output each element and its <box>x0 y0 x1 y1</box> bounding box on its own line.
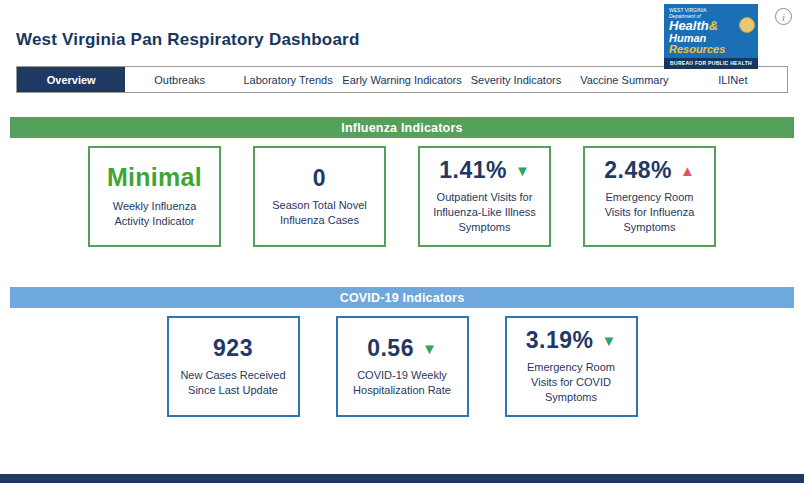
logo-ampersand: & <box>709 18 718 33</box>
kpi-value: 3.19% <box>526 328 594 353</box>
tab-vaccine-summary[interactable]: Vaccine Summary <box>570 67 678 92</box>
card-covid-hospitalization-rate: 0.56 ▼ COVID-19 Weekly Hospitalization R… <box>336 316 469 417</box>
dhhr-logo-main: WEST VIRGINIA Department of Health& Huma… <box>664 4 758 58</box>
card-weekly-activity-indicator: Minimal Weekly Influenza Activity Indica… <box>88 146 221 247</box>
page-title: West Virginia Pan Respiratory Dashboard <box>16 30 360 50</box>
influenza-cards-row: Minimal Weekly Influenza Activity Indica… <box>0 146 804 247</box>
trend-up-icon: ▲ <box>680 163 695 178</box>
kpi-value: 923 <box>213 336 253 361</box>
covid-cards-row: 923 New Cases Received Since Last Update… <box>0 316 804 417</box>
trend-down-icon: ▼ <box>601 333 616 348</box>
card-er-covid-visits: 3.19% ▼ Emergency Room Visits for COVID … <box>505 316 638 417</box>
header: West Virginia Pan Respiratory Dashboard … <box>0 0 804 62</box>
tab-bar: Overview Outbreaks Laboratory Trends Ear… <box>16 66 788 93</box>
logo-word-human-resources: Human Resources <box>669 33 753 56</box>
tab-ilinet[interactable]: ILINet <box>679 67 787 92</box>
card-er-influenza-visits: 2.48% ▲ Emergency Room Visits for Influe… <box>583 146 716 247</box>
bottom-bar <box>0 474 804 483</box>
kpi-label: Emergency Room Visits for Influenza Symp… <box>591 190 708 235</box>
logo-banner: BUREAU FOR PUBLIC HEALTH <box>664 58 758 69</box>
kpi-value: Minimal <box>107 164 202 192</box>
kpi-value: 0 <box>313 166 326 191</box>
kpi-value: 1.41% <box>439 158 507 183</box>
tab-early-warning-indicators[interactable]: Early Warning Indicators <box>342 67 461 92</box>
tab-overview[interactable]: Overview <box>17 67 125 92</box>
card-outpatient-ili-visits: 1.41% ▼ Outpatient Visits for Influenza-… <box>418 146 551 247</box>
logo-human-text: Human <box>669 32 706 44</box>
trend-down-icon: ▼ <box>515 163 530 178</box>
kpi-label: New Cases Received Since Last Update <box>175 368 292 398</box>
kpi-label: Outpatient Visits for Influenza-Like Ill… <box>426 190 543 235</box>
kpi-label: Weekly Influenza Activity Indicator <box>96 199 213 229</box>
covid-section-header: COVID-19 Indicators <box>10 287 794 308</box>
dhhr-logo: WEST VIRGINIA Department of Health& Huma… <box>664 4 758 69</box>
kpi-value: 0.56 <box>367 336 414 361</box>
kpi-value: 2.48% <box>604 158 672 183</box>
kpi-label: Season Total Novel Influenza Cases <box>261 198 378 228</box>
info-icon[interactable]: i <box>775 8 792 25</box>
kpi-label: Emergency Room Visits for COVID Symptoms <box>513 360 630 405</box>
kpi-label: COVID-19 Weekly Hospitalization Rate <box>344 368 461 398</box>
logo-resources-text: Resources <box>669 43 725 55</box>
influenza-section-header: Influenza Indicators <box>10 117 794 138</box>
trend-down-icon: ▼ <box>422 341 437 356</box>
logo-seal-icon <box>739 17 755 33</box>
card-new-cases-received: 923 New Cases Received Since Last Update <box>167 316 300 417</box>
tab-outbreaks[interactable]: Outbreaks <box>125 67 233 92</box>
card-novel-influenza-cases: 0 Season Total Novel Influenza Cases <box>253 146 386 247</box>
tab-severity-indicators[interactable]: Severity Indicators <box>462 67 570 92</box>
tab-laboratory-trends[interactable]: Laboratory Trends <box>234 67 342 92</box>
